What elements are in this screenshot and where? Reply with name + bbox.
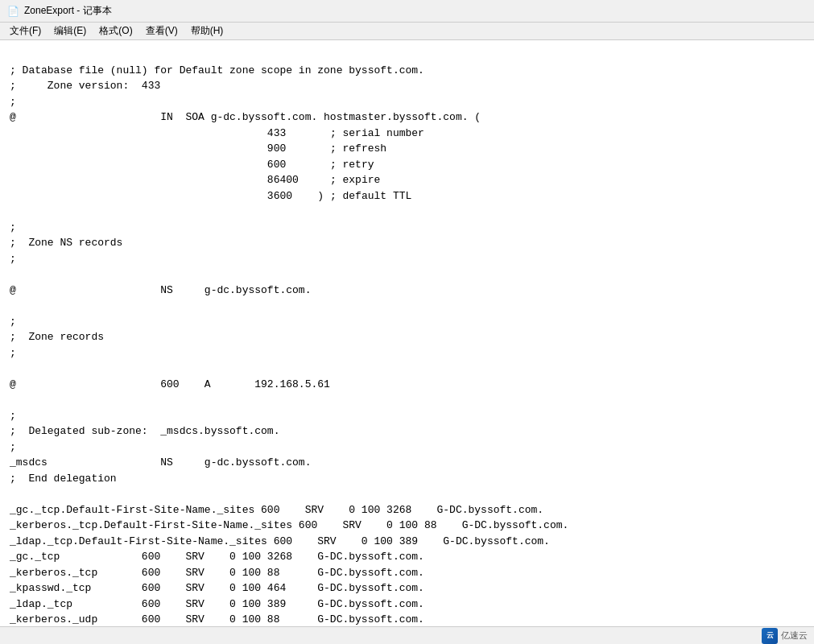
window-title: ZoneExport - 记事本 <box>24 4 112 18</box>
menu-file[interactable]: 文件(F) <box>3 23 48 39</box>
menu-edit[interactable]: 编辑(E) <box>48 23 93 39</box>
menu-bar: 文件(F) 编辑(E) 格式(O) 查看(V) 帮助(H) <box>0 23 814 40</box>
menu-view[interactable]: 查看(V) <box>139 23 184 39</box>
app-icon: 📄 <box>6 5 19 18</box>
zone-export-text: ; Database file (null) for Default zone … <box>10 64 644 627</box>
menu-help[interactable]: 帮助(H) <box>184 23 230 39</box>
text-content: ; Database file (null) for Default zone … <box>0 40 814 626</box>
status-bar: 云 亿速云 <box>0 626 814 644</box>
watermark-text: 亿速云 <box>781 630 808 642</box>
watermark: 云 亿速云 <box>762 628 808 644</box>
watermark-icon: 云 <box>762 628 778 644</box>
title-bar: 📄 ZoneExport - 记事本 <box>0 0 814 23</box>
menu-format[interactable]: 格式(O) <box>93 23 138 39</box>
